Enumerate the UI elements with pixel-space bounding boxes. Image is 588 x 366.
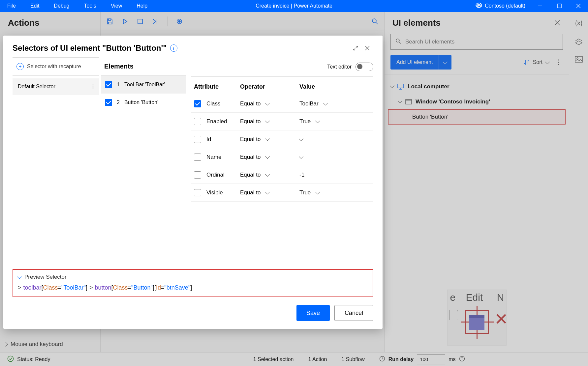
- dialog-expand[interactable]: [350, 42, 361, 54]
- images-icon[interactable]: [575, 56, 583, 64]
- attr-value[interactable]: True: [299, 118, 371, 125]
- selector-item[interactable]: Default Selector: [13, 78, 99, 95]
- col-value: Value: [299, 83, 371, 90]
- environment-icon: [476, 3, 482, 9]
- tree-window[interactable]: Window 'Contoso Invoicing': [385, 94, 569, 109]
- selector-item-more[interactable]: [92, 83, 94, 90]
- tree-button[interactable]: Button 'Button': [388, 109, 566, 125]
- menu-help[interactable]: Help: [129, 3, 155, 9]
- attribute-row[interactable]: NameEqual to: [191, 148, 373, 166]
- attr-checkbox[interactable]: [194, 171, 201, 179]
- attr-operator[interactable]: Equal to: [240, 100, 299, 107]
- status-selected: 1 Selected action: [253, 356, 294, 362]
- ui-elements-panel: UI elements Add UI element Sort Local: [384, 12, 569, 352]
- attribute-row[interactable]: EnabledEqual to True: [191, 113, 373, 130]
- window-minimize[interactable]: [531, 0, 550, 12]
- more-button[interactable]: [554, 59, 563, 65]
- attr-value[interactable]: ToolBar: [299, 100, 371, 107]
- run-delay-input[interactable]: [417, 354, 445, 364]
- ui-elements-search[interactable]: [390, 34, 563, 50]
- svg-rect-5: [138, 19, 142, 24]
- svg-point-24: [8, 356, 14, 361]
- status-ok-icon: [7, 355, 14, 363]
- cancel-button[interactable]: Cancel: [334, 305, 373, 321]
- attr-operator[interactable]: Equal to: [240, 189, 299, 196]
- status-subflows: 1 Subflow: [341, 356, 364, 362]
- attr-checkbox[interactable]: [194, 136, 201, 143]
- menu-tools[interactable]: Tools: [77, 3, 104, 9]
- attr-checkbox[interactable]: [194, 100, 201, 107]
- attr-value[interactable]: [299, 137, 371, 141]
- run-icon[interactable]: [122, 18, 128, 25]
- element-thumbnail: e Edit N ✕: [447, 290, 507, 346]
- attr-value[interactable]: -1: [299, 172, 371, 178]
- attr-value[interactable]: [299, 155, 371, 159]
- variables-icon[interactable]: [574, 20, 583, 28]
- search-input[interactable]: [405, 39, 558, 45]
- sort-button[interactable]: Sort: [524, 59, 549, 65]
- window-close[interactable]: [569, 0, 588, 12]
- dialog-close[interactable]: [361, 42, 373, 54]
- attribute-row[interactable]: OrdinalEqual to -1: [191, 166, 373, 184]
- attribute-row[interactable]: ClassEqual to ToolBar: [191, 95, 373, 113]
- search-icon[interactable]: [372, 18, 378, 25]
- elements-header: Elements: [101, 57, 186, 76]
- preview-label: Preview Selector: [24, 274, 67, 280]
- element-item[interactable]: 1 Tool Bar 'ToolBar': [101, 76, 186, 94]
- attr-operator[interactable]: Equal to: [240, 172, 299, 178]
- ui-elements-icon[interactable]: [575, 38, 583, 46]
- run-next-icon[interactable]: [152, 18, 159, 25]
- status-bar: Status: Ready 1 Selected action 1 Action…: [0, 352, 588, 366]
- svg-rect-17: [398, 84, 404, 88]
- chevron-down-icon[interactable]: [17, 274, 22, 279]
- attr-checkbox[interactable]: [194, 118, 201, 125]
- stop-icon[interactable]: [137, 18, 143, 25]
- add-ui-element-split[interactable]: [439, 55, 451, 70]
- mouse-keyboard-group[interactable]: Mouse and keyboard: [4, 341, 63, 348]
- col-attribute: Attribute: [194, 83, 240, 90]
- search-icon: [395, 38, 401, 45]
- save-icon[interactable]: [107, 18, 113, 25]
- attr-name: Enabled: [206, 118, 240, 125]
- actions-header: Actions: [0, 12, 100, 34]
- panel-close[interactable]: [554, 20, 561, 26]
- attr-name: Name: [206, 154, 240, 160]
- attribute-row[interactable]: VisibleEqual to True: [191, 184, 373, 202]
- menu-file[interactable]: File: [0, 3, 23, 9]
- attr-checkbox[interactable]: [194, 189, 201, 196]
- menu-debug[interactable]: Debug: [46, 3, 77, 9]
- menu-edit[interactable]: Edit: [23, 3, 47, 9]
- attr-operator[interactable]: Equal to: [240, 154, 299, 160]
- add-ui-element-button[interactable]: Add UI element: [390, 55, 451, 70]
- window-icon: [404, 99, 413, 104]
- run-delay-label: Run delay: [388, 356, 414, 362]
- selector-recapture[interactable]: + Selector with recapture: [13, 57, 99, 76]
- svg-point-28: [462, 357, 462, 358]
- element-item[interactable]: 2 Button 'Button': [101, 94, 186, 111]
- info-icon[interactable]: [459, 356, 465, 363]
- save-button[interactable]: Save: [296, 305, 330, 321]
- info-icon[interactable]: i: [170, 44, 177, 52]
- menu-view[interactable]: View: [104, 3, 129, 9]
- element-checkbox[interactable]: [105, 81, 112, 88]
- element-checkbox[interactable]: [105, 99, 112, 106]
- environment-picker[interactable]: Contoso (default): [470, 3, 531, 9]
- svg-line-9: [376, 22, 378, 24]
- window-maximize[interactable]: [550, 0, 569, 12]
- text-editor-toggle[interactable]: [356, 63, 373, 71]
- tree-root[interactable]: Local computer: [385, 79, 569, 94]
- title-bar: File Edit Debug Tools View Help Create i…: [0, 0, 588, 12]
- record-icon[interactable]: [176, 18, 183, 25]
- attr-operator[interactable]: Equal to: [240, 136, 299, 143]
- dialog-title: Selectors of UI element "Button 'Button'…: [13, 43, 167, 53]
- preview-text: > toolbar[Class="ToolBar"] > button[Clas…: [18, 284, 368, 291]
- status-actions: 1 Action: [308, 356, 327, 362]
- attr-value[interactable]: True: [299, 189, 371, 196]
- attr-operator[interactable]: Equal to: [240, 118, 299, 125]
- attr-checkbox[interactable]: [194, 154, 201, 161]
- attr-name: Id: [206, 136, 240, 143]
- svg-point-8: [372, 19, 376, 23]
- window-title: Create invoice | Power Automate: [256, 3, 332, 9]
- attribute-row[interactable]: IdEqual to: [191, 130, 373, 148]
- attr-name: Ordinal: [206, 172, 240, 178]
